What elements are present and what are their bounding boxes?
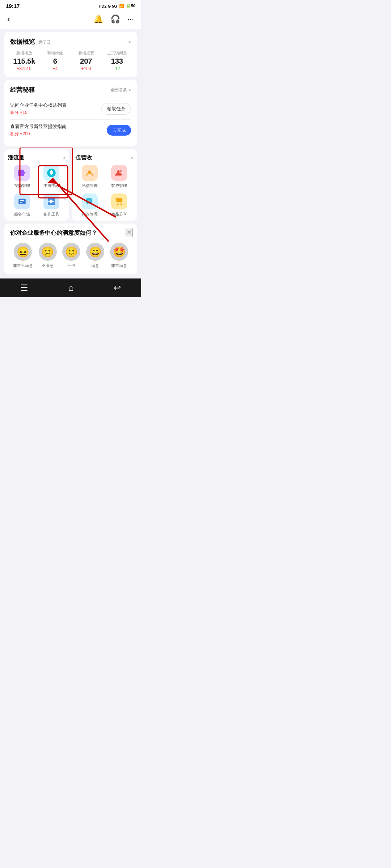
satisfied-label: 满意 [91, 263, 99, 268]
svg-point-12 [120, 170, 122, 172]
menu-button[interactable]: ☰ [20, 283, 28, 293]
stat-fans-value: 6 [41, 57, 70, 65]
stat-plays-label: 新增播放 [10, 50, 38, 56]
status-time: 19:17 [6, 3, 20, 9]
svg-rect-5 [20, 200, 24, 201]
stat-fans: 新增粉丝 6 +4 [41, 50, 70, 71]
revenue-tools-more[interactable]: > [130, 155, 133, 161]
dm-management-label: 私信管理 [82, 183, 98, 188]
satisfaction-title: 你对企业服务中心的满意度如何？ [10, 229, 131, 237]
service-market-label: 服务市场 [14, 212, 30, 217]
back-button[interactable]: ‹ [7, 13, 10, 25]
product-share-label: 商品分享 [111, 212, 127, 217]
stat-fans-change: +4 [41, 66, 70, 71]
back-nav-button[interactable]: ↩ [114, 283, 121, 293]
tool-service-market[interactable]: 服务市场 [8, 193, 36, 217]
svg-rect-6 [20, 202, 22, 203]
data-overview-title-area: 数据概览 近7日 [10, 38, 51, 46]
satisfied-emoji: 😄 [86, 243, 104, 261]
revenue-tools-card: 促营收 > 私信管理 [72, 149, 137, 221]
svg-rect-15 [87, 200, 91, 201]
business-tips-title: 经营秘籍 [10, 86, 35, 94]
tool-comment-management[interactable]: 评论管理 [76, 193, 104, 217]
tools-wrapper: 涨流量 > 视频管理 [4, 149, 137, 221]
flow-tools-header: 涨流量 > [8, 154, 66, 161]
tool-anchor-center[interactable]: 主播中心 [38, 165, 66, 188]
very-unsatisfied-label: 非常不满意 [13, 263, 33, 268]
satisfaction-close-button[interactable]: ✕ [126, 228, 133, 237]
tool-dm-management[interactable]: 私信管理 [76, 165, 104, 188]
very-unsatisfied-emoji: 😖 [14, 243, 32, 261]
satisfaction-unsatisfied[interactable]: 😕 不满意 [39, 243, 57, 268]
data-overview-card: 数据概览 近7日 > 新增播放 115.5k +87515 新增粉丝 6 +4 … [4, 32, 137, 77]
business-tips-card: 经营秘籍 全部2条 > 访问企业任务中心权益列表 积分 +10 领取任务 查看官… [4, 80, 137, 146]
satisfaction-very-unsatisfied[interactable]: 😖 非常不满意 [13, 243, 33, 268]
customer-management-icon [111, 165, 127, 181]
very-satisfied-emoji: 🤩 [110, 243, 128, 261]
satisfaction-emoji-row: 😖 非常不满意 😕 不满意 🙂 一般 😄 满意 🤩 非常满意 [10, 243, 131, 268]
svg-marker-14 [86, 203, 89, 204]
tip-item-2: 查看官方最新经营提效指南 积分 +200 去完成 [10, 119, 131, 141]
svg-point-17 [117, 203, 119, 205]
flow-tools-more[interactable]: > [63, 155, 66, 161]
satisfaction-neutral[interactable]: 🙂 一般 [62, 243, 80, 268]
stat-visits-change: -17 [103, 66, 131, 71]
stat-plays-value: 115.5k [10, 57, 38, 65]
svg-point-18 [121, 203, 122, 205]
signal-icons: HD2 G 5G [98, 4, 117, 8]
tip-1-text-area: 访问企业任务中心权益列表 积分 +10 [10, 102, 67, 116]
data-overview-period: 近7日 [38, 39, 50, 45]
data-overview-title: 数据概览 [10, 38, 35, 45]
satisfaction-very-satisfied[interactable]: 🤩 非常满意 [110, 243, 128, 268]
anchor-center-label: 主播中心 [43, 183, 59, 188]
service-market-icon [14, 193, 30, 209]
battery-icon: 🔋50 [126, 4, 135, 8]
data-overview-more[interactable]: > [128, 39, 131, 44]
stat-visits-value: 133 [103, 57, 131, 65]
data-overview-header: 数据概览 近7日 > [10, 38, 131, 46]
satisfaction-satisfied[interactable]: 😄 满意 [86, 243, 104, 268]
nav-right: 🔔 🎧 ··· [93, 14, 134, 24]
svg-marker-1 [23, 171, 26, 175]
tool-customer-management[interactable]: 客户管理 [105, 165, 134, 188]
tool-creation-tools[interactable]: 创作工具 [38, 193, 66, 217]
neutral-emoji: 🙂 [62, 243, 80, 261]
stat-plays-change: +87515 [10, 66, 38, 71]
creation-tools-label: 创作工具 [43, 212, 59, 217]
more-icon[interactable]: ··· [127, 14, 134, 24]
unsatisfied-label: 不满意 [42, 263, 54, 268]
comment-management-label: 评论管理 [82, 212, 98, 217]
stat-plays: 新增播放 115.5k +87515 [10, 50, 38, 71]
nav-bar: ‹ 🔔 🎧 ··· [0, 10, 141, 29]
tool-video-management-label: 视频管理 [14, 183, 30, 188]
notification-icon[interactable]: 🔔 [93, 14, 103, 24]
tip-2-text-area: 查看官方最新经营提效指南 积分 +200 [10, 123, 67, 137]
home-button[interactable]: ⌂ [68, 283, 74, 293]
satisfaction-card: ✕ 你对企业服务中心的满意度如何？ 😖 非常不满意 😕 不满意 🙂 一般 😄 满… [4, 224, 137, 274]
headset-icon[interactable]: 🎧 [110, 14, 120, 24]
stat-likes: 新增点赞 207 +106 [72, 50, 100, 71]
tip-2-sub: 积分 +200 [10, 131, 67, 137]
tip-2-button[interactable]: 去完成 [107, 125, 131, 136]
neutral-label: 一般 [67, 263, 75, 268]
tip-1-sub: 积分 +10 [10, 110, 67, 116]
stat-likes-label: 新增点赞 [72, 50, 100, 56]
tip-1-button[interactable]: 领取任务 [101, 103, 131, 115]
svg-rect-3 [50, 175, 53, 175]
stat-likes-change: +106 [72, 66, 100, 71]
bottom-nav: ☰ ⌂ ↩ [0, 278, 141, 297]
stat-visits: 主页访问量 133 -17 [103, 50, 131, 71]
tip-1-text: 访问企业任务中心权益列表 [10, 102, 67, 109]
business-tips-more[interactable]: 全部2条 > [110, 87, 131, 93]
stat-likes-value: 207 [72, 57, 100, 65]
svg-rect-16 [87, 201, 89, 202]
svg-rect-4 [18, 199, 26, 204]
status-icons: HD2 G 5G 📶 🔋50 [98, 4, 135, 8]
revenue-tools-grid: 私信管理 客户管理 [76, 165, 133, 217]
tool-product-share[interactable]: 商品分享 [105, 193, 134, 217]
stat-visits-label: 主页访问量 [103, 50, 131, 56]
svg-rect-13 [86, 198, 92, 203]
stat-fans-label: 新增粉丝 [41, 50, 70, 56]
tool-video-management[interactable]: 视频管理 [8, 165, 36, 188]
svg-point-11 [117, 170, 120, 173]
